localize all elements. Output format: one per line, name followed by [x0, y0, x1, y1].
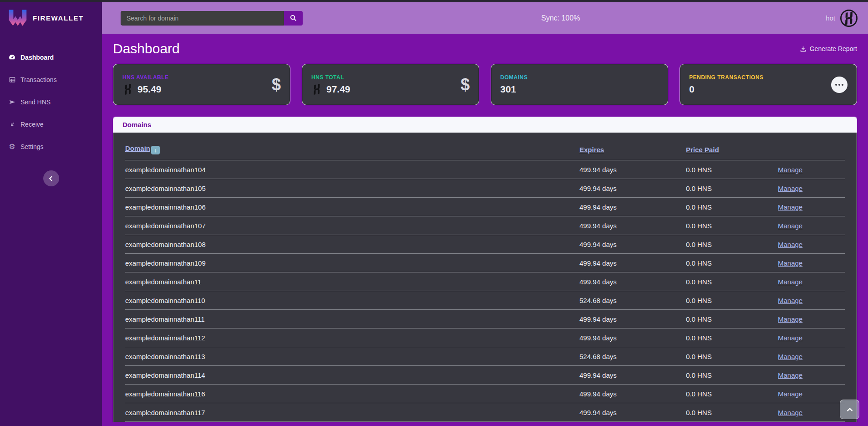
- price-cell: 0.0 HNS: [686, 203, 778, 211]
- price-cell: 0.0 HNS: [686, 259, 778, 267]
- sidebar-item-label: Send HNS: [20, 98, 51, 106]
- table-row: exampledomainnathan107 499.94 days 0.0 H…: [125, 216, 845, 235]
- manage-link[interactable]: Manage: [778, 297, 845, 304]
- stat-card: DOMAINS 301: [491, 64, 668, 105]
- price-cell: 0.0 HNS: [686, 297, 778, 304]
- domains-panel: Domains Domain↓ Expires Price Paid examp…: [113, 117, 857, 422]
- sidebar-item-send-hns[interactable]: Send HNS: [0, 91, 102, 113]
- price-cell: 0.0 HNS: [686, 371, 778, 379]
- brand-name: FIREWALLET: [33, 14, 84, 22]
- price-cell: 0.0 HNS: [686, 222, 778, 230]
- manage-link[interactable]: Manage: [778, 166, 845, 174]
- stat-card: HNS AVAILABLE 95.49 $: [113, 64, 290, 105]
- manage-link[interactable]: Manage: [778, 390, 845, 398]
- panel-title: Domains: [122, 121, 151, 128]
- gear-icon: ⚙: [8, 143, 16, 150]
- table-row: exampledomainnathan114 499.94 days 0.0 H…: [125, 366, 845, 385]
- expires-cell: 499.94 days: [579, 278, 686, 286]
- card-label: PENDING TRANSACTIONS: [689, 74, 763, 81]
- table-row: exampledomainnathan105 499.94 days 0.0 H…: [125, 179, 845, 198]
- expires-cell: 499.94 days: [579, 185, 686, 192]
- manage-link[interactable]: Manage: [778, 334, 845, 342]
- sidebar-item-dashboard[interactable]: Dashboard: [0, 46, 102, 68]
- sidebar-collapse-button[interactable]: [43, 170, 59, 186]
- column-header-domain[interactable]: Domain: [125, 144, 150, 152]
- price-cell: 0.0 HNS: [686, 353, 778, 360]
- paper-plane-icon: [8, 98, 16, 106]
- expires-cell: 499.94 days: [579, 334, 686, 342]
- domain-cell: exampledomainnathan111: [125, 315, 579, 323]
- sidebar-item-settings[interactable]: ⚙ Settings: [0, 135, 102, 158]
- table-row: exampledomainnathan113 524.68 days 0.0 H…: [125, 347, 845, 366]
- manage-link[interactable]: Manage: [778, 409, 845, 416]
- search-input[interactable]: [121, 11, 284, 26]
- sidebar-item-label: Receive: [20, 121, 44, 128]
- domain-cell: exampledomainnathan108: [125, 241, 579, 248]
- manage-link[interactable]: Manage: [778, 353, 845, 360]
- card-label: HNS AVAILABLE: [122, 74, 169, 81]
- domain-cell: exampledomainnathan107: [125, 222, 579, 230]
- domain-search: [121, 11, 303, 26]
- dollar-icon: $: [461, 77, 470, 93]
- domains-table: Domain↓ Expires Price Paid exampledomain…: [113, 133, 857, 422]
- domain-cell: exampledomainnathan114: [125, 371, 579, 379]
- scroll-to-top-button[interactable]: [840, 400, 859, 419]
- hns-logo-icon: [122, 84, 133, 95]
- card-value: 301: [500, 84, 516, 95]
- tachometer-icon: [8, 53, 16, 61]
- price-cell: 0.0 HNS: [686, 166, 778, 174]
- handshake-wallet-icon[interactable]: [840, 9, 858, 27]
- manage-link[interactable]: Manage: [778, 259, 845, 267]
- manage-link[interactable]: Manage: [778, 222, 845, 230]
- sidebar-item-receive[interactable]: Receive: [0, 113, 102, 135]
- sidebar-item-transactions[interactable]: Transactions: [0, 68, 102, 91]
- manage-link[interactable]: Manage: [778, 241, 845, 248]
- manage-link[interactable]: Manage: [778, 185, 845, 192]
- sidebar-item-label: Transactions: [20, 76, 57, 83]
- brand[interactable]: FIREWALLET: [0, 2, 102, 35]
- domain-cell: exampledomainnathan106: [125, 203, 579, 211]
- price-cell: 0.0 HNS: [686, 334, 778, 342]
- domain-cell: exampledomainnathan110: [125, 297, 579, 304]
- manage-link[interactable]: Manage: [778, 203, 845, 211]
- firewallet-logo-icon: [8, 9, 27, 27]
- table-row: exampledomainnathan104 499.94 days 0.0 H…: [125, 160, 845, 179]
- domain-cell: exampledomainnathan113: [125, 353, 579, 360]
- sort-descending-icon[interactable]: ↓: [151, 146, 160, 154]
- table-row: exampledomainnathan11 499.94 days 0.0 HN…: [125, 272, 845, 291]
- table-row: exampledomainnathan116 499.94 days 0.0 H…: [125, 385, 845, 403]
- price-cell: 0.0 HNS: [686, 241, 778, 248]
- table-row: exampledomainnathan112 499.94 days 0.0 H…: [125, 328, 845, 347]
- generate-report-button[interactable]: Generate Report: [800, 45, 857, 52]
- manage-link[interactable]: Manage: [778, 371, 845, 379]
- expires-cell: 524.68 days: [579, 353, 686, 360]
- column-header-expires[interactable]: Expires: [579, 146, 686, 154]
- price-cell: 0.0 HNS: [686, 390, 778, 398]
- domain-cell: exampledomainnathan105: [125, 185, 579, 192]
- table-row: exampledomainnathan109 499.94 days 0.0 H…: [125, 254, 845, 272]
- ellipsis-icon[interactable]: [831, 77, 848, 93]
- wallet-name: hot: [826, 14, 835, 22]
- search-button[interactable]: [284, 11, 303, 26]
- card-value: 97.49: [326, 84, 350, 95]
- table-row: exampledomainnathan110 524.68 days 0.0 H…: [125, 291, 845, 310]
- manage-link[interactable]: Manage: [778, 278, 845, 286]
- expires-cell: 499.94 days: [579, 259, 686, 267]
- column-header-price-paid[interactable]: Price Paid: [686, 146, 778, 154]
- domain-cell: exampledomainnathan109: [125, 259, 579, 267]
- expires-cell: 499.94 days: [579, 241, 686, 248]
- hns-logo-icon: [311, 84, 322, 95]
- sidebar-nav: Dashboard Transactions Send HNS Receive: [0, 46, 102, 158]
- table-icon: [8, 76, 16, 83]
- domain-cell: exampledomainnathan104: [125, 166, 579, 174]
- sidebar: FIREWALLET Dashboard Transactions Send H…: [0, 2, 102, 426]
- expires-cell: 499.94 days: [579, 390, 686, 398]
- chevron-left-icon: [48, 175, 54, 182]
- search-icon: [289, 14, 297, 22]
- domain-cell: exampledomainnathan11: [125, 278, 579, 286]
- card-value: 0: [689, 84, 695, 95]
- table-row: exampledomainnathan106 499.94 days 0.0 H…: [125, 198, 845, 216]
- manage-link[interactable]: Manage: [778, 315, 845, 323]
- sidebar-item-label: Settings: [20, 143, 44, 150]
- expires-cell: 524.68 days: [579, 297, 686, 304]
